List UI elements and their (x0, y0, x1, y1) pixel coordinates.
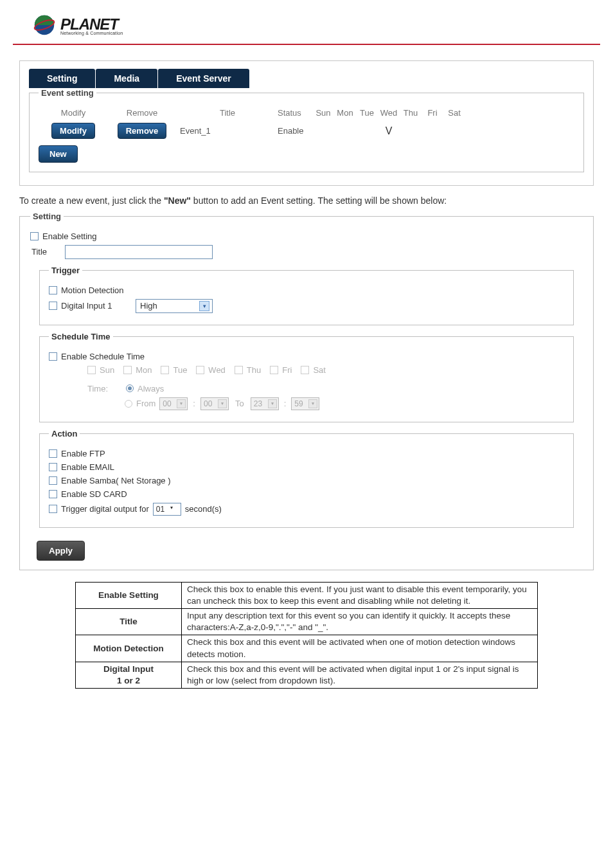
col-remove: Remove (107, 108, 177, 118)
tue-checkbox[interactable] (161, 366, 169, 374)
to-min-select[interactable]: 59▾ (291, 397, 319, 410)
action-group: Action Enable FTP Enable EMAIL Enable Sa… (39, 429, 574, 528)
motion-label: Motion Detection (61, 285, 124, 295)
tab-media[interactable]: Media (96, 69, 157, 88)
samba-checkbox[interactable] (49, 476, 57, 485)
new-button[interactable]: New (39, 145, 78, 163)
thu-label: Thu (247, 365, 261, 375)
from-label: From (136, 399, 155, 408)
sd-label: Enable SD CARD (61, 489, 127, 499)
enable-schedule-label: Enable Schedule Time (61, 352, 145, 361)
row2-header: Title (76, 609, 182, 635)
instruction-text: To create a new event, just click the "N… (19, 195, 594, 208)
tue-label: Tue (173, 365, 187, 375)
brand-tagline: Networking & Communication (60, 31, 123, 35)
to-hour-value: 23 (254, 399, 262, 408)
ftp-label: Enable FTP (61, 449, 105, 458)
col-mon: Mon (334, 108, 356, 118)
setting-group: Setting Enable Setting Title Trigger Mot… (19, 212, 594, 570)
trigger-do-pre: Trigger digital output for (61, 504, 149, 514)
mon-checkbox[interactable] (123, 366, 132, 374)
thu-checkbox[interactable] (235, 366, 243, 374)
fri-checkbox[interactable] (270, 366, 278, 374)
col-status: Status (278, 108, 312, 118)
chevron-down-icon: ▾ (268, 399, 277, 408)
sd-checkbox[interactable] (49, 490, 57, 498)
enable-schedule-checkbox[interactable] (49, 352, 57, 361)
row1-text: Check this box to enable this event. If … (182, 582, 538, 608)
enable-setting-label: Enable Setting (42, 231, 97, 241)
mon-label: Mon (136, 365, 152, 375)
trigger-do-checkbox[interactable] (49, 505, 57, 513)
chevron-down-icon: ▾ (199, 301, 209, 311)
always-radio[interactable] (126, 384, 134, 392)
always-label: Always (138, 384, 164, 393)
row-status: Enable (278, 126, 312, 136)
title-label: Title (31, 247, 61, 257)
from-hour-select[interactable]: 00▾ (159, 397, 188, 410)
enable-setting-checkbox[interactable] (30, 232, 39, 240)
ftp-checkbox[interactable] (49, 449, 57, 458)
wed-label: Wed (208, 365, 226, 375)
chevron-down-icon: ▾ (170, 505, 179, 514)
event-panel: Setting Media Event Server Event setting… (19, 60, 594, 186)
col-title: Title (177, 108, 278, 118)
schedule-legend: Schedule Time (49, 332, 113, 341)
chevron-down-icon: ▾ (218, 399, 227, 408)
time-label: Time: (87, 384, 122, 393)
from-min-select[interactable]: 00▾ (200, 397, 229, 410)
from-radio[interactable] (125, 400, 132, 408)
email-checkbox[interactable] (49, 463, 57, 471)
tab-setting[interactable]: Setting (29, 69, 95, 88)
apply-button[interactable]: Apply (37, 541, 85, 561)
col-thu: Thu (400, 108, 422, 118)
logo-text-block: PLANET Networking & Communication (60, 15, 123, 35)
trigger-legend: Trigger (49, 266, 82, 275)
trigger-do-select[interactable]: 01▾ (153, 503, 181, 516)
email-label: Enable EMAIL (61, 462, 114, 472)
row4-header: Digital Input 1 or 2 (76, 662, 182, 688)
trigger-do-value: 01 (156, 505, 164, 514)
col-modify: Modify (40, 108, 107, 118)
di1-select[interactable]: High▾ (136, 299, 213, 313)
trigger-group: Trigger Motion Detection Digital Input 1… (39, 266, 574, 325)
di1-checkbox[interactable] (49, 302, 57, 310)
planet-logo-icon (32, 13, 57, 37)
col-wed: Wed (378, 108, 400, 118)
wed-checkbox[interactable] (196, 366, 204, 374)
row2-text: Input any description text for this even… (182, 609, 538, 635)
to-min-value: 59 (294, 399, 303, 408)
motion-checkbox[interactable] (49, 286, 57, 294)
sun-checkbox[interactable] (87, 366, 96, 374)
title-input[interactable] (65, 245, 213, 259)
from-hour-value: 00 (163, 399, 171, 408)
to-hour-select[interactable]: 23▾ (251, 397, 279, 410)
col-tue: Tue (356, 108, 378, 118)
row-title: Event_1 (177, 126, 278, 136)
to-label: To (235, 399, 244, 408)
description-table: Enable SettingCheck this box to enable t… (75, 582, 538, 689)
trigger-do-post: second(s) (185, 504, 222, 514)
event-setting-legend: Event setting (39, 88, 96, 98)
schedule-group: Schedule Time Enable Schedule Time Sun M… (39, 332, 574, 422)
row-wed: V (378, 125, 400, 137)
logo: PLANET Networking & Communication (13, 13, 600, 37)
chevron-down-icon: ▾ (177, 399, 186, 408)
row3-header: Motion Detection (76, 635, 182, 662)
chevron-down-icon: ▾ (308, 399, 317, 408)
row4-text: Check this box and this event will be ac… (182, 662, 538, 688)
col-sat: Sat (443, 108, 465, 118)
divider (13, 44, 600, 45)
action-legend: Action (49, 429, 80, 439)
remove-button[interactable]: Remove (118, 123, 167, 139)
tab-bar: Setting Media Event Server (29, 69, 584, 88)
sat-label: Sat (313, 365, 326, 375)
setting-legend: Setting (30, 212, 64, 221)
from-min-value: 00 (204, 399, 212, 408)
di1-value: High (140, 301, 157, 311)
modify-button[interactable]: Modify (51, 123, 95, 139)
tab-event-server[interactable]: Event Server (158, 69, 249, 88)
samba-label: Enable Samba( Net Storage ) (61, 476, 171, 485)
di1-label: Digital Input 1 (61, 301, 132, 311)
sat-checkbox[interactable] (301, 366, 309, 374)
